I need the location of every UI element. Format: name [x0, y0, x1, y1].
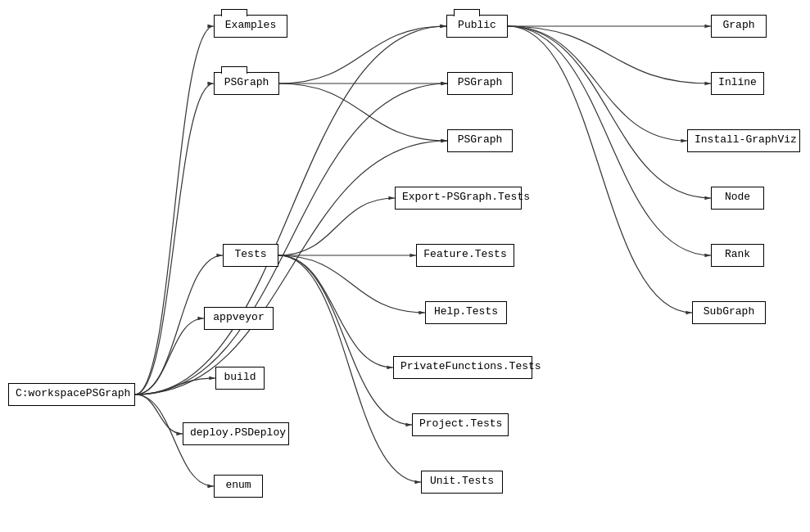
node-private: PrivateFunctions.Tests: [393, 356, 532, 379]
svg-marker-6: [207, 485, 214, 489]
node-installgraphviz: Install-GraphViz: [687, 129, 800, 152]
node-build: build: [215, 367, 265, 390]
node-graph: Graph: [711, 15, 767, 38]
node-tests: Tests: [223, 244, 278, 267]
svg-marker-23: [704, 254, 711, 258]
svg-marker-12: [441, 139, 447, 143]
node-rank: Rank: [711, 244, 764, 267]
svg-marker-19: [704, 25, 711, 29]
node-psgraph1: PSGraph: [214, 72, 279, 95]
svg-marker-22: [704, 196, 711, 201]
node-appveyor: appveyor: [204, 307, 274, 330]
node-help: Help.Tests: [425, 301, 507, 324]
graph-svg: [0, 0, 810, 532]
svg-marker-24: [686, 311, 692, 315]
node-examples: Examples: [214, 15, 287, 38]
svg-marker-4: [209, 376, 215, 381]
node-enum: enum: [214, 475, 263, 498]
node-feature: Feature.Tests: [416, 244, 514, 267]
node-project: Project.Tests: [412, 413, 509, 436]
svg-marker-16: [387, 366, 393, 370]
svg-marker-11: [441, 82, 447, 86]
svg-marker-1: [207, 82, 214, 86]
svg-marker-3: [197, 317, 204, 321]
svg-marker-21: [681, 139, 687, 143]
svg-marker-2: [216, 254, 223, 258]
svg-marker-15: [419, 311, 425, 315]
node-deploy: deploy.PSDeploy: [183, 422, 289, 445]
node-node: Node: [711, 187, 764, 210]
svg-marker-14: [410, 254, 416, 258]
svg-marker-10: [440, 25, 446, 29]
graph-container: C:workspacePSGraphExamplesPSGraphTestsap…: [0, 0, 810, 532]
svg-marker-5: [176, 432, 183, 436]
node-public: Public: [446, 15, 508, 38]
svg-marker-13: [388, 196, 395, 201]
svg-marker-18: [414, 480, 421, 485]
node-psgraph2: PSGraph: [447, 72, 513, 95]
svg-marker-17: [405, 423, 412, 427]
node-root: C:workspacePSGraph: [8, 383, 135, 406]
node-psgraph3: PSGraph: [447, 129, 513, 152]
node-inline: Inline: [711, 72, 764, 95]
node-subgraph: SubGraph: [692, 301, 766, 324]
node-unit: Unit.Tests: [421, 471, 503, 494]
node-export: Export-PSGraph.Tests: [395, 187, 522, 210]
svg-marker-20: [704, 82, 711, 86]
